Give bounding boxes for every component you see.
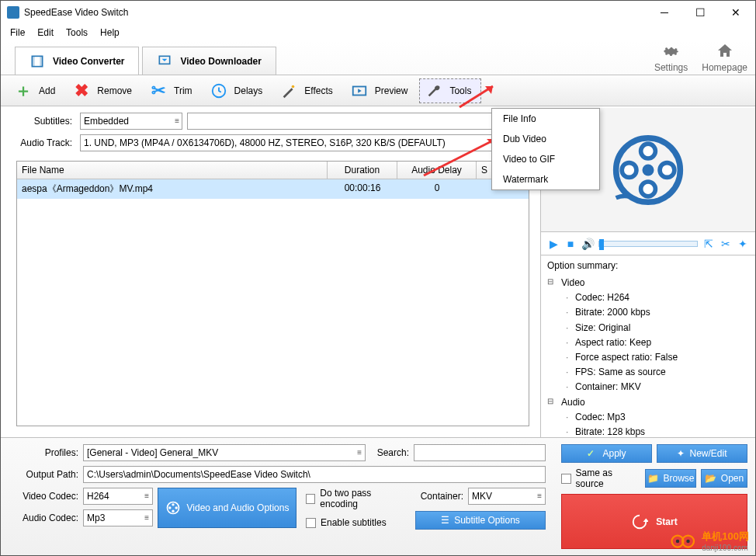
title-bar: SpeedEase Video Switch ─ ☐ ✕	[1, 1, 755, 24]
two-pass-checkbox[interactable]: Do two pass encoding	[306, 488, 406, 509]
subtitle-icon: ☰	[441, 515, 449, 526]
settings-button[interactable]: Settings	[654, 42, 688, 73]
svg-rect-2	[40, 56, 42, 66]
folder-icon: 📁	[647, 473, 659, 484]
stop-icon[interactable]: ■	[564, 238, 577, 250]
col-filename[interactable]: File Name	[17, 162, 328, 179]
film-icon	[29, 54, 45, 69]
new-edit-button[interactable]: ✦New/Edit	[657, 444, 747, 463]
combo-handle-icon: ≡	[537, 492, 542, 500]
menu-file-info[interactable]: File Info	[492, 109, 599, 129]
tree-video[interactable]: Video	[547, 276, 749, 290]
menu-video-to-gif[interactable]: Video to GIF	[492, 149, 599, 169]
scissors-icon: ✂	[149, 82, 168, 100]
vcodec-label: Video Codec:	[16, 491, 78, 502]
popout-icon[interactable]: ⇱	[702, 238, 715, 250]
output-path-input[interactable]: C:\Users\admin\Documents\SpeedEase Video…	[83, 466, 546, 483]
wand-icon	[279, 82, 298, 100]
svg-point-16	[168, 506, 171, 509]
add-button[interactable]: ＋Add	[9, 78, 65, 103]
preview-button[interactable]: Preview	[345, 78, 418, 103]
tab-video-downloader[interactable]: Video Downloader	[142, 47, 276, 75]
svg-point-12	[660, 162, 675, 177]
svg-point-9	[641, 144, 656, 158]
player-controls: ▶ ■ 🔊 ⇱ ✂ ✦	[541, 232, 755, 255]
subtitles-path-combo[interactable]: ≡	[187, 113, 529, 130]
search-label: Search:	[370, 447, 409, 458]
maximize-button[interactable]: ☐	[682, 1, 718, 24]
combo-handle-icon: ≡	[175, 116, 179, 125]
reel-small-icon	[165, 500, 181, 516]
menu-file[interactable]: File	[4, 26, 31, 40]
progress-bar[interactable]	[598, 241, 698, 247]
video-audio-options-button[interactable]: Video and Audio Options	[158, 488, 297, 528]
film-reel-icon	[612, 134, 685, 207]
menu-edit[interactable]: Edit	[31, 26, 60, 40]
svg-point-25	[687, 539, 691, 543]
table-row[interactable]: aespa《Armageddon》MV.mp4 00:00:16 0	[17, 179, 529, 199]
apply-button[interactable]: Apply	[561, 444, 652, 463]
menu-help[interactable]: Help	[94, 26, 126, 40]
svg-point-5	[292, 85, 295, 88]
checkbox-icon	[306, 494, 315, 504]
x-icon: ✖	[72, 82, 91, 100]
minimize-button[interactable]: ─	[647, 1, 682, 24]
download-icon	[157, 54, 172, 69]
subtitles-combo[interactable]: Embedded≡	[80, 113, 182, 130]
file-grid[interactable]: File Name Duration Audio Delay S aespa《A…	[16, 161, 529, 426]
profiles-combo[interactable]: [General - Video] General_MKV≡	[83, 444, 366, 461]
effects-button[interactable]: Effects	[274, 78, 342, 103]
combo-handle-icon: ≡	[144, 492, 149, 500]
svg-line-20	[424, 139, 496, 175]
svg-point-14	[172, 503, 174, 506]
main-tabs: Video Converter Video Downloader Setting…	[1, 41, 755, 75]
container-combo[interactable]: MKV≡	[468, 488, 546, 505]
bottom-panel: Profiles: [General - Video] General_MKV≡…	[1, 437, 755, 555]
wrench-icon	[425, 82, 443, 100]
refresh-icon	[631, 513, 648, 530]
vcodec-combo[interactable]: H264≡	[83, 488, 153, 505]
menu-watermark[interactable]: Watermark	[492, 169, 599, 189]
same-as-source-checkbox[interactable]: Same as source	[561, 467, 640, 489]
output-label: Output Path:	[16, 469, 78, 480]
col-duration[interactable]: Duration	[328, 162, 397, 179]
tree-audio[interactable]: Audio	[547, 395, 749, 410]
browse-button[interactable]: 📁Browse	[645, 469, 696, 488]
menu-dub-video[interactable]: Dub Video	[492, 129, 599, 149]
profiles-label: Profiles:	[16, 447, 78, 458]
subtitle-options-button[interactable]: ☰Subtitle Options	[415, 511, 546, 530]
volume-icon[interactable]: 🔊	[581, 238, 594, 250]
gear-icon	[662, 42, 681, 61]
svg-point-8	[642, 164, 654, 175]
trim-button[interactable]: ✂Trim	[144, 78, 203, 103]
watermark-logo-icon	[671, 532, 699, 551]
menu-tools[interactable]: Tools	[60, 26, 94, 40]
close-button[interactable]: ✕	[718, 1, 754, 24]
remove-button[interactable]: ✖Remove	[67, 78, 142, 103]
filmstrip-icon	[350, 82, 369, 100]
container-label: Container:	[415, 491, 463, 502]
sparkle-icon: ✦	[677, 448, 685, 459]
combo-handle-icon: ≡	[144, 513, 149, 522]
progress-knob[interactable]	[599, 239, 604, 250]
acodec-label: Audio Codec:	[16, 513, 78, 523]
tools-dropdown: File Info Dub Video Video to GIF Waterma…	[491, 108, 600, 190]
search-input[interactable]	[414, 444, 546, 461]
delays-button[interactable]: Delays	[204, 78, 273, 103]
svg-point-17	[175, 506, 177, 509]
combo-handle-icon: ≡	[357, 448, 362, 457]
wand-small-icon[interactable]: ✦	[737, 238, 749, 250]
plus-icon: ＋	[14, 82, 33, 100]
acodec-combo[interactable]: Mp3≡	[83, 509, 153, 526]
svg-point-24	[676, 539, 680, 543]
cut-icon[interactable]: ✂	[720, 238, 732, 250]
tab-label: Video Downloader	[180, 56, 261, 67]
homepage-button[interactable]: Homepage	[702, 42, 747, 73]
enable-subtitles-checkbox[interactable]: Enable subtitles	[306, 517, 406, 528]
tab-video-converter[interactable]: Video Converter	[15, 47, 139, 75]
svg-point-11	[622, 162, 636, 177]
tab-label: Video Converter	[53, 56, 124, 67]
play-icon[interactable]: ▶	[547, 238, 560, 250]
open-button[interactable]: 📂Open	[701, 469, 747, 488]
checkbox-icon	[306, 518, 316, 528]
